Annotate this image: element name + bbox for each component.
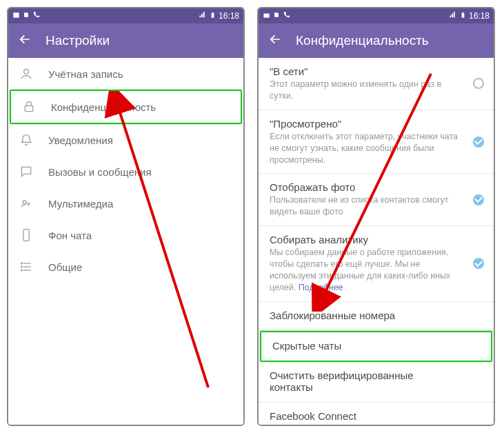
chat-icon <box>19 165 33 179</box>
svg-point-13 <box>21 266 23 267</box>
menu-background[interactable]: Фон чата <box>8 219 243 251</box>
setting-desc: Мы собираем данные о работе приложения, … <box>270 247 458 294</box>
menu-label: Общие <box>48 261 82 273</box>
setting-desc: Если отключить этот параметр, участники … <box>270 131 458 166</box>
menu-media[interactable]: Мультимедиа <box>8 188 243 219</box>
setting-blocked[interactable]: Заблокированные номера <box>259 302 494 331</box>
svg-rect-0 <box>13 14 19 18</box>
setting-title: Facebook Connect <box>270 410 458 422</box>
user-icon <box>19 67 33 81</box>
setting-title: Заблокированные номера <box>270 310 458 321</box>
setting-title: Собирать аналитику <box>270 234 458 245</box>
app-bar: Настройки <box>8 23 243 58</box>
svg-rect-2 <box>212 12 214 17</box>
phone-right: 16:18 Конфиденциальность "В сети" Этот п… <box>257 7 495 426</box>
setting-clear-verified[interactable]: Очистить верифицированные контакты <box>259 362 494 403</box>
clock-time: 16:18 <box>469 11 490 21</box>
setting-title: Скрытые чаты <box>272 340 455 352</box>
phone-outline-icon <box>19 228 33 242</box>
gift-icon <box>12 11 20 21</box>
svg-rect-8 <box>23 230 29 241</box>
settings-list: Учётная запись Конфиденциальность Уведом… <box>8 58 243 425</box>
menu-general[interactable]: Общие <box>8 251 243 283</box>
menu-notifications[interactable]: Уведомления <box>8 124 243 156</box>
svg-rect-18 <box>463 12 464 12</box>
list-icon <box>19 260 33 274</box>
status-bar: 16:18 <box>8 8 243 23</box>
menu-label: Вызовы и сообщения <box>48 166 152 178</box>
phone-left: 16:18 Настройки Учётная запись Конфиденц… <box>7 7 245 426</box>
svg-rect-17 <box>462 12 465 17</box>
sim-icon <box>23 11 30 21</box>
setting-photo[interactable]: Отображать фото Пользователи не из списк… <box>259 174 494 226</box>
setting-title: Отображать фото <box>270 181 458 193</box>
check-on-icon[interactable] <box>473 194 484 205</box>
gift-icon <box>263 11 270 21</box>
svg-point-6 <box>23 201 26 204</box>
svg-point-12 <box>21 263 23 264</box>
check-on-icon[interactable] <box>473 258 484 269</box>
menu-label: Фон чата <box>48 230 92 241</box>
signal-icon <box>449 11 457 21</box>
radio-off-icon[interactable] <box>473 78 484 89</box>
status-bar: 16:18 <box>259 8 494 23</box>
media-icon <box>19 196 33 210</box>
svg-point-14 <box>21 270 23 271</box>
back-icon[interactable] <box>18 32 32 50</box>
setting-analytics[interactable]: Собирать аналитику Мы собираем данные о … <box>259 226 494 302</box>
menu-label: Конфиденциальность <box>51 101 156 113</box>
setting-seen[interactable]: "Просмотрено" Если отключить этот параме… <box>259 110 494 174</box>
svg-point-4 <box>24 69 29 74</box>
svg-rect-16 <box>263 14 269 18</box>
menu-label: Уведомления <box>48 134 113 146</box>
back-icon[interactable] <box>268 32 282 50</box>
page-title: Конфиденциальность <box>296 33 429 48</box>
check-on-icon[interactable] <box>473 136 484 148</box>
menu-privacy[interactable]: Конфиденциальность <box>10 90 242 124</box>
battery-icon <box>210 11 216 21</box>
svg-rect-5 <box>25 105 33 111</box>
setting-title: "Просмотрено" <box>270 118 458 130</box>
svg-point-7 <box>28 203 30 205</box>
clock-time: 16:18 <box>219 11 239 21</box>
phone-icon <box>283 11 290 21</box>
setting-desc: Нажмите для подключения к Facebook <box>270 423 458 425</box>
setting-online[interactable]: "В сети" Этот параметр можно изменять од… <box>259 58 494 110</box>
sim-icon <box>273 11 280 21</box>
menu-account[interactable]: Учётная запись <box>8 58 243 90</box>
privacy-list: "В сети" Этот параметр можно изменять од… <box>259 58 494 425</box>
setting-hidden-chats[interactable]: Скрытые чаты <box>260 331 492 362</box>
svg-rect-1 <box>13 12 19 14</box>
signal-icon <box>199 11 207 21</box>
setting-title: Очистить верифицированные контакты <box>270 370 458 393</box>
bell-icon <box>19 133 33 147</box>
setting-title: "В сети" <box>270 65 458 77</box>
menu-calls[interactable]: Вызовы и сообщения <box>8 156 243 188</box>
page-title: Настройки <box>46 33 110 48</box>
lock-icon <box>22 100 36 114</box>
more-link[interactable]: Подробнее <box>299 283 343 292</box>
svg-rect-3 <box>212 12 214 12</box>
phone-icon <box>32 11 40 21</box>
menu-label: Учётная запись <box>48 68 123 80</box>
setting-desc: Пользователи не из списка контактов смог… <box>270 194 458 218</box>
menu-label: Мультимедиа <box>48 198 113 210</box>
app-bar: Конфиденциальность <box>259 23 494 58</box>
setting-facebook[interactable]: Facebook Connect Нажмите для подключения… <box>259 403 494 425</box>
setting-desc: Этот параметр можно изменять один раз в … <box>270 79 458 102</box>
battery-icon <box>460 11 466 21</box>
